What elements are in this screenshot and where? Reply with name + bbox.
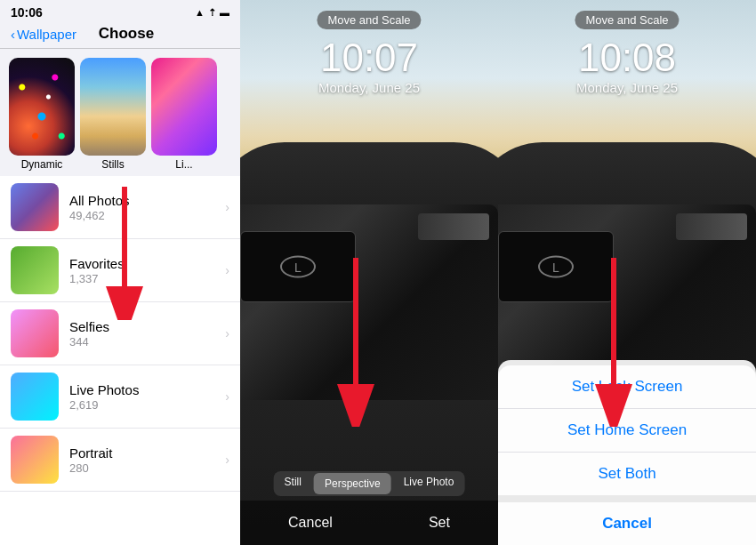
set-lock-screen-option[interactable]: Set Lock Screen: [498, 365, 756, 409]
set-home-screen-option[interactable]: Set Home Screen: [498, 409, 756, 453]
perspective-button[interactable]: Perspective: [314, 473, 391, 494]
live-photo-button[interactable]: Live Photo: [393, 471, 465, 496]
headlight: [418, 213, 489, 240]
album-item-portrait[interactable]: Portrait 280 ›: [0, 429, 240, 492]
portrait-count: 280: [69, 461, 225, 475]
cancel-button[interactable]: Cancel: [288, 515, 333, 531]
favorites-info: Favorites 1,337: [69, 256, 225, 285]
live-photos-thumb: [11, 373, 59, 421]
move-scale-panel: L Move and Scale 10:07 Monday, June 25 S…: [240, 0, 498, 545]
all-photos-info: All Photos 49,462: [69, 193, 225, 222]
set-lexus-logo: L: [538, 256, 574, 278]
bottom-action-bar: Cancel Set: [240, 501, 498, 545]
set-options-panel: L Move and Scale 10:08 Monday, June 25 S…: [498, 0, 756, 545]
all-photos-count: 49,462: [69, 209, 225, 222]
chevron-right-icon: ›: [225, 453, 229, 467]
status-time: 10:06: [11, 5, 43, 20]
set-button[interactable]: Set: [429, 515, 450, 531]
still-button[interactable]: Still: [274, 471, 312, 496]
dynamic-dots: [9, 58, 75, 156]
preview-live[interactable]: Li...: [151, 58, 217, 171]
chevron-left-icon: ‹: [11, 27, 15, 42]
lexus-logo: L: [280, 256, 316, 278]
lock-screen-date: Monday, June 25: [318, 80, 420, 95]
car-background: L Move and Scale 10:07 Monday, June 25 S…: [240, 0, 498, 545]
album-item-live-photos[interactable]: Live Photos 2,619 ›: [0, 365, 240, 429]
all-photos-name: All Photos: [69, 193, 225, 208]
move-scale-label: Move and Scale: [317, 11, 421, 29]
wifi-icon: ⇡: [208, 7, 216, 19]
all-photos-thumb: [11, 183, 59, 231]
chevron-right-icon: ›: [225, 263, 229, 277]
album-item-all-photos[interactable]: All Photos 49,462 ›: [0, 176, 240, 239]
set-lock-screen-date: Monday, June 25: [576, 80, 678, 95]
portrait-info: Portrait 280: [69, 445, 225, 475]
selfies-info: Selfies 344: [69, 319, 225, 349]
battery-icon: ▬: [220, 7, 229, 18]
display-mode-buttons: Still Perspective Live Photo: [274, 471, 465, 496]
dynamic-thumb: [9, 58, 75, 156]
set-both-option[interactable]: Set Both: [498, 453, 756, 495]
back-label: Wallpaper: [17, 27, 76, 42]
back-button[interactable]: ‹ Wallpaper: [11, 27, 76, 42]
live-thumb: [151, 58, 217, 156]
album-list: All Photos 49,462 › Favorites 1,337 › Se…: [0, 176, 240, 545]
favorites-name: Favorites: [69, 256, 225, 271]
stills-label: Stills: [101, 158, 124, 171]
status-icons: ▲ ⇡ ▬: [195, 7, 229, 19]
preview-dynamic[interactable]: Dynamic: [9, 58, 75, 171]
live-photos-info: Live Photos 2,619: [69, 382, 225, 412]
stills-thumb: [80, 58, 146, 156]
portrait-name: Portrait: [69, 445, 225, 461]
nav-title: Choose: [99, 25, 154, 43]
set-lock-screen-time: 10:08: [578, 36, 676, 80]
chevron-right-icon: ›: [225, 326, 229, 341]
set-headlight: [676, 213, 747, 240]
portrait-thumb: [11, 436, 59, 484]
cancel-option[interactable]: Cancel: [498, 502, 756, 545]
selfies-count: 344: [69, 335, 225, 349]
live-photos-count: 2,619: [69, 398, 225, 412]
favorites-thumb: [11, 246, 59, 294]
status-bar: 10:06 ▲ ⇡ ▬: [0, 0, 240, 21]
live-label: Li...: [175, 158, 192, 171]
dynamic-label: Dynamic: [21, 158, 63, 171]
chevron-right-icon: ›: [225, 389, 229, 404]
selfies-name: Selfies: [69, 319, 225, 334]
chevron-right-icon: ›: [225, 200, 229, 214]
favorites-count: 1,337: [69, 272, 225, 285]
set-car-background: L Move and Scale 10:08 Monday, June 25 S…: [498, 0, 756, 545]
selfies-thumb: [11, 309, 59, 357]
grille-mesh: L: [240, 231, 356, 302]
set-grille-mesh: L: [498, 231, 614, 302]
options-sheet: Set Lock Screen Set Home Screen Set Both…: [498, 360, 756, 545]
car-front: L: [240, 204, 498, 400]
album-item-favorites[interactable]: Favorites 1,337 ›: [0, 239, 240, 302]
set-move-scale-label: Move and Scale: [575, 11, 679, 29]
preview-stills[interactable]: Stills: [80, 58, 146, 171]
wallpaper-chooser-panel: 10:06 ▲ ⇡ ▬ ‹ Wallpaper Choose Dynamic S…: [0, 0, 240, 545]
nav-bar: ‹ Wallpaper Choose: [0, 21, 240, 49]
lock-screen-time: 10:07: [320, 36, 418, 80]
stills-waves: [80, 116, 146, 156]
signal-icon: ▲: [195, 7, 205, 18]
wallpaper-previews: Dynamic Stills Li...: [0, 49, 240, 174]
live-photos-name: Live Photos: [69, 382, 225, 397]
album-item-selfies[interactable]: Selfies 344 ›: [0, 302, 240, 365]
